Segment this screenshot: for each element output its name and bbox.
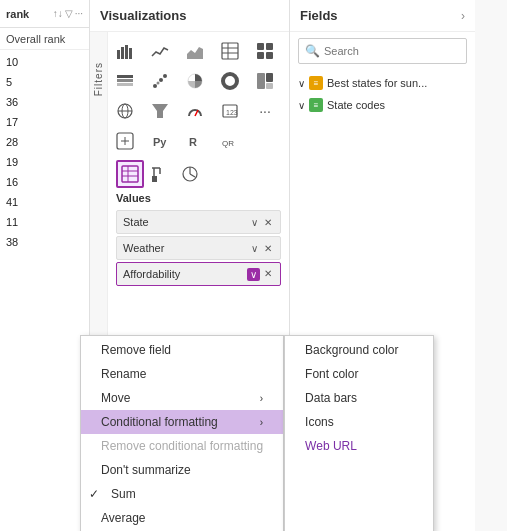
field-row-affordability: Affordability ∨ ✕ <box>116 262 281 286</box>
submenu-background-color[interactable]: Background color <box>285 338 433 362</box>
svg-point-21 <box>223 74 237 88</box>
field-row-weather: Weather ∨ ✕ <box>116 236 281 260</box>
vis-icons-row1 <box>112 38 285 64</box>
context-menu-overlay: Remove field Rename Move › Conditional f… <box>80 335 434 531</box>
fields-group-state-codes-label: State codes <box>327 99 385 111</box>
ctx-conditional-formatting[interactable]: Conditional formatting › <box>81 410 283 434</box>
vis-qr-icon[interactable]: QR <box>217 128 243 154</box>
vis-icons-row4: Py R QR <box>112 128 285 154</box>
submenu: Background color Font color Data bars Ic… <box>284 335 434 531</box>
vis-stacked-bar-icon[interactable] <box>112 68 138 94</box>
submenu-web-url[interactable]: Web URL <box>285 434 433 458</box>
vis-python-icon[interactable]: Py <box>147 128 173 154</box>
svg-point-19 <box>157 82 160 85</box>
vis-card-icon[interactable]: 123 <box>217 98 243 124</box>
rank-row: 17 <box>0 112 89 132</box>
vis-area-chart-icon[interactable] <box>182 38 208 64</box>
svg-rect-0 <box>117 50 120 59</box>
vis-map-icon[interactable] <box>112 98 138 124</box>
format-icon[interactable] <box>146 160 174 188</box>
search-box[interactable]: 🔍 <box>298 38 467 64</box>
vis-title: Visualizations <box>100 8 186 23</box>
svg-text:Py: Py <box>153 136 167 148</box>
ctx-rename[interactable]: Rename <box>81 362 283 386</box>
rank-header: rank ↑↓ ▽ ··· <box>0 0 89 28</box>
svg-rect-15 <box>117 75 133 78</box>
field-state-chevron[interactable]: ∨ <box>249 217 260 228</box>
table-values-icon[interactable] <box>116 160 144 188</box>
ctx-sum[interactable]: ✓ Sum <box>81 482 283 506</box>
svg-rect-24 <box>266 83 273 89</box>
vis-more-icon[interactable]: ··· <box>252 98 278 124</box>
svg-rect-3 <box>129 48 132 59</box>
more-icon[interactable]: ··· <box>75 8 83 19</box>
sort-icon[interactable]: ↑↓ <box>53 8 63 19</box>
svg-point-17 <box>159 78 163 82</box>
fields-nav-chevron[interactable]: › <box>461 9 465 23</box>
vis-table-icon[interactable] <box>217 38 243 64</box>
fields-group-best-states-icon: ≡ <box>309 76 323 90</box>
rank-row: 16 <box>0 172 89 192</box>
values-label: Values <box>112 190 285 208</box>
context-menu: Remove field Rename Move › Conditional f… <box>80 335 284 531</box>
vis-scatter-icon[interactable] <box>147 68 173 94</box>
svg-text:QR: QR <box>222 139 234 148</box>
rank-row: 19 <box>0 152 89 172</box>
filter-icon[interactable]: ▽ <box>65 8 73 19</box>
search-icon: 🔍 <box>305 44 320 58</box>
svg-rect-13 <box>117 79 133 82</box>
svg-rect-38 <box>122 166 138 182</box>
field-affordability-actions: ∨ ✕ <box>247 268 274 281</box>
ctx-remove-field[interactable]: Remove field <box>81 338 283 362</box>
vis-treemap-icon[interactable] <box>252 68 278 94</box>
field-state-remove[interactable]: ✕ <box>262 217 274 228</box>
svg-point-18 <box>163 74 167 78</box>
svg-line-48 <box>190 174 195 177</box>
ctx-move-arrow: › <box>260 393 263 404</box>
field-weather-remove[interactable]: ✕ <box>262 243 274 254</box>
vis-pie-icon[interactable] <box>182 68 208 94</box>
rank-title: rank <box>6 8 29 20</box>
rank-row: 41 <box>0 192 89 212</box>
ctx-move[interactable]: Move › <box>81 386 283 410</box>
search-input[interactable] <box>324 45 460 57</box>
fields-group-best-states-label: Best states for sun... <box>327 77 427 89</box>
ctx-average[interactable]: Average <box>81 506 283 530</box>
rank-panel: rank ↑↓ ▽ ··· Overall rank 10 5 36 17 28… <box>0 0 90 531</box>
vis-donut-icon[interactable] <box>217 68 243 94</box>
fields-group-best-states: ∨ ≡ Best states for sun... <box>298 74 467 92</box>
fields-title: Fields <box>300 8 338 23</box>
fields-group-state-codes: ∨ ≡ State codes <box>298 96 467 114</box>
field-weather-chevron[interactable]: ∨ <box>249 243 260 254</box>
vis-icons-row3: 123 ··· <box>112 98 285 124</box>
svg-marker-4 <box>187 47 203 59</box>
svg-rect-2 <box>125 45 128 59</box>
analytics-icon[interactable] <box>176 160 204 188</box>
submenu-font-color[interactable]: Font color <box>285 362 433 386</box>
vis-line-chart-icon[interactable] <box>147 38 173 64</box>
rank-subheader: Overall rank <box>0 28 89 50</box>
fields-group-state-codes-header[interactable]: ∨ ≡ State codes <box>298 96 467 114</box>
vis-bar-chart-icon[interactable] <box>112 38 138 64</box>
ctx-dont-summarize[interactable]: Don't summarize <box>81 458 283 482</box>
field-affordability-chevron[interactable]: ∨ <box>247 268 260 281</box>
fields-group-best-states-chevron: ∨ <box>298 78 305 89</box>
submenu-data-bars[interactable]: Data bars <box>285 386 433 410</box>
field-state-text: State <box>123 216 249 228</box>
vis-matrix-icon[interactable] <box>252 38 278 64</box>
submenu-icons[interactable]: Icons <box>285 410 433 434</box>
vis-gauge-icon[interactable] <box>182 98 208 124</box>
ctx-remove-conditional-formatting: Remove conditional formatting <box>81 434 283 458</box>
vis-r-icon[interactable]: R <box>182 128 208 154</box>
vis-custom-icon[interactable] <box>112 128 138 154</box>
field-affordability-text: Affordability <box>123 268 247 280</box>
values-icon-row <box>116 160 204 188</box>
field-affordability-remove[interactable]: ✕ <box>262 268 274 281</box>
svg-point-16 <box>153 84 157 88</box>
vis-funnel-icon[interactable] <box>147 98 173 124</box>
values-header-row <box>112 158 285 190</box>
svg-marker-28 <box>152 104 168 118</box>
svg-rect-12 <box>266 52 273 59</box>
fields-group-state-codes-chevron: ∨ <box>298 100 305 111</box>
fields-group-best-states-header[interactable]: ∨ ≡ Best states for sun... <box>298 74 467 92</box>
